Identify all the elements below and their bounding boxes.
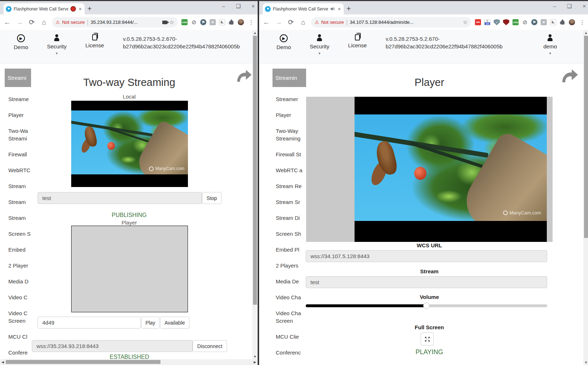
minimize-button[interactable]: – bbox=[222, 3, 225, 9]
close-window-button[interactable]: × bbox=[252, 3, 255, 9]
sidebar-item[interactable]: Stream Re bbox=[276, 182, 306, 190]
sidebar-item[interactable]: Video Cha bbox=[276, 294, 306, 301]
ublock-extension[interactable] bbox=[503, 19, 509, 25]
vertical-scrollbar[interactable]: ▲ ▼ bbox=[583, 30, 588, 365]
new-tab-button[interactable]: + bbox=[87, 5, 92, 13]
sidebar-item[interactable]: Video Cha Screen bbox=[276, 309, 306, 325]
flashphoner-extension[interactable]: ⚑ bbox=[200, 19, 206, 25]
sidebar-item[interactable]: Streami bbox=[5, 69, 31, 87]
scroll-left-icon[interactable]: ◀ bbox=[0, 359, 5, 365]
extensions-puzzle-icon[interactable] bbox=[559, 19, 566, 25]
vertical-scrollbar[interactable]: ▲ ▼ bbox=[252, 30, 258, 359]
sidebar-item[interactable]: Screen Sh bbox=[276, 230, 306, 238]
mail-x-extension[interactable]: ✕ bbox=[210, 19, 216, 25]
crossed-circle-extension[interactable]: ⊘ bbox=[522, 19, 528, 25]
sidebar-item[interactable]: Video C Screen bbox=[8, 309, 31, 325]
address-bar[interactable]: ⚠ Not secure | 34.107.5.128:8444/admin/d… bbox=[311, 17, 471, 27]
reload-button[interactable]: ⟳ bbox=[287, 18, 295, 26]
extensions-puzzle-icon[interactable] bbox=[228, 19, 235, 25]
sidebar-item[interactable]: Stream Di bbox=[276, 214, 306, 222]
close-tab-icon[interactable]: × bbox=[78, 6, 82, 12]
player-video-container[interactable]: ManyCam.com bbox=[306, 97, 553, 242]
not-secure-label[interactable]: Not secure bbox=[62, 19, 85, 25]
address-bar[interactable]: ⚠ Not secure | 35.234.93.218:8444/... ☆ bbox=[52, 17, 178, 27]
scroll-right-icon[interactable]: ▶ bbox=[252, 359, 258, 365]
sidebar-item[interactable]: Stream bbox=[8, 214, 31, 222]
red-dots-extension[interactable]: ••• bbox=[475, 19, 481, 25]
profile-avatar[interactable] bbox=[238, 19, 244, 25]
scrollbar-thumb[interactable] bbox=[6, 360, 160, 364]
scroll-down-icon[interactable]: ▼ bbox=[252, 354, 258, 359]
audio-speaker-icon[interactable] bbox=[330, 6, 335, 11]
maximize-button[interactable]: ❑ bbox=[567, 3, 572, 9]
sidebar-item[interactable]: Player bbox=[276, 111, 306, 119]
share-arrow-icon[interactable] bbox=[235, 68, 252, 84]
sidebar-item[interactable]: Streame bbox=[8, 95, 31, 103]
maximize-button[interactable]: ❑ bbox=[236, 3, 241, 9]
reload-button[interactable]: ⟳ bbox=[27, 18, 36, 26]
license-menu[interactable]: License bbox=[348, 34, 367, 48]
sidebar-item[interactable]: Firewall bbox=[8, 151, 31, 158]
bookmark-star-icon[interactable]: ☆ bbox=[169, 19, 174, 26]
sidebar-item[interactable]: MCU Cl bbox=[8, 333, 31, 340]
mail-x-extension[interactable]: ✕ bbox=[541, 19, 547, 25]
sidebar-item[interactable]: Video C bbox=[8, 294, 31, 301]
close-tab-icon[interactable]: × bbox=[337, 6, 342, 12]
scrollbar-thumb[interactable] bbox=[584, 36, 588, 238]
back-button[interactable]: ← bbox=[3, 18, 12, 26]
sidebar-item[interactable]: Embed Pl bbox=[276, 246, 306, 253]
cors-extension[interactable]: CORS bbox=[512, 19, 519, 25]
scroll-down-icon[interactable]: ▼ bbox=[583, 360, 588, 365]
volume-thumb[interactable] bbox=[423, 303, 430, 309]
publish-stream-input[interactable] bbox=[38, 192, 202, 204]
sidebar-item[interactable]: Streamer bbox=[276, 95, 306, 103]
fullscreen-button[interactable] bbox=[421, 333, 434, 346]
sidebar-item[interactable]: Streamin bbox=[272, 69, 306, 87]
sidebar-item[interactable]: Media D bbox=[8, 278, 31, 285]
local-video[interactable]: ManyCam.com bbox=[71, 101, 188, 187]
right-browser-tab[interactable]: ⚑ Flashphoner Web Call Server × bbox=[263, 3, 344, 14]
sidebar-item[interactable]: Two-Wa Streami bbox=[8, 127, 31, 142]
sidebar-item[interactable]: Embed bbox=[8, 246, 31, 253]
scroll-up-icon[interactable]: ▲ bbox=[252, 30, 258, 35]
sidebar-item[interactable]: Two-Way Streaming bbox=[276, 127, 306, 142]
bookmark-star-icon[interactable]: ☆ bbox=[463, 19, 468, 26]
sidebar-item[interactable]: 2 Player bbox=[8, 262, 31, 269]
sidebar-item[interactable]: WebRTC a bbox=[276, 166, 306, 174]
sidebar-item[interactable]: Confere bbox=[8, 349, 31, 356]
security-menu[interactable]: Security ▾ bbox=[47, 34, 66, 55]
volume-slider[interactable] bbox=[306, 304, 547, 307]
user-menu[interactable]: demo ▾ bbox=[543, 34, 557, 55]
stop-button[interactable]: Stop bbox=[202, 192, 222, 204]
minimize-button[interactable]: – bbox=[553, 3, 556, 9]
new-tab-button[interactable]: + bbox=[347, 5, 351, 13]
player-video[interactable]: ManyCam.com bbox=[355, 97, 547, 242]
close-window-button[interactable]: × bbox=[583, 3, 586, 9]
home-button[interactable]: ⌂ bbox=[40, 18, 48, 26]
security-menu[interactable]: Security ▾ bbox=[310, 34, 329, 55]
sidebar-item[interactable]: Stream bbox=[8, 198, 31, 206]
disconnect-button[interactable]: Disconnect bbox=[193, 340, 227, 352]
sidebar-item[interactable]: WebRTC bbox=[8, 166, 31, 174]
honey-extension[interactable]: h. bbox=[550, 19, 556, 25]
scroll-up-icon[interactable]: ▲ bbox=[583, 30, 588, 35]
play-stream-input[interactable] bbox=[38, 317, 141, 329]
sidebar-item[interactable]: Stream bbox=[8, 182, 31, 190]
available-button[interactable]: Available bbox=[160, 317, 189, 329]
share-arrow-icon[interactable] bbox=[560, 67, 579, 84]
demo-menu[interactable]: ▶ Demo bbox=[14, 34, 28, 50]
left-browser-tab[interactable]: ⚑ Flashphoner Web Call Server × bbox=[4, 3, 85, 14]
flashphoner-extension[interactable]: ⚑ bbox=[531, 19, 537, 25]
back-button[interactable]: ← bbox=[262, 18, 271, 26]
stream-name-input[interactable] bbox=[306, 276, 547, 288]
play-button[interactable]: Play bbox=[141, 317, 159, 329]
shield-check-extension[interactable]: ✓ bbox=[494, 19, 500, 25]
url-text[interactable]: 35.234.93.218:8444/... bbox=[91, 19, 160, 25]
sidebar-item[interactable]: Firewall St bbox=[276, 151, 306, 158]
crossed-circle-extension[interactable]: ⊘ bbox=[191, 19, 197, 25]
sidebar-item[interactable]: MCU Clie bbox=[276, 333, 306, 340]
demo-menu[interactable]: ▶ Demo bbox=[276, 34, 291, 50]
url-text[interactable]: 34.107.5.128:8444/admin/de... bbox=[350, 19, 461, 25]
scrollbar-thumb[interactable] bbox=[253, 36, 257, 305]
forward-button[interactable]: → bbox=[15, 18, 24, 26]
